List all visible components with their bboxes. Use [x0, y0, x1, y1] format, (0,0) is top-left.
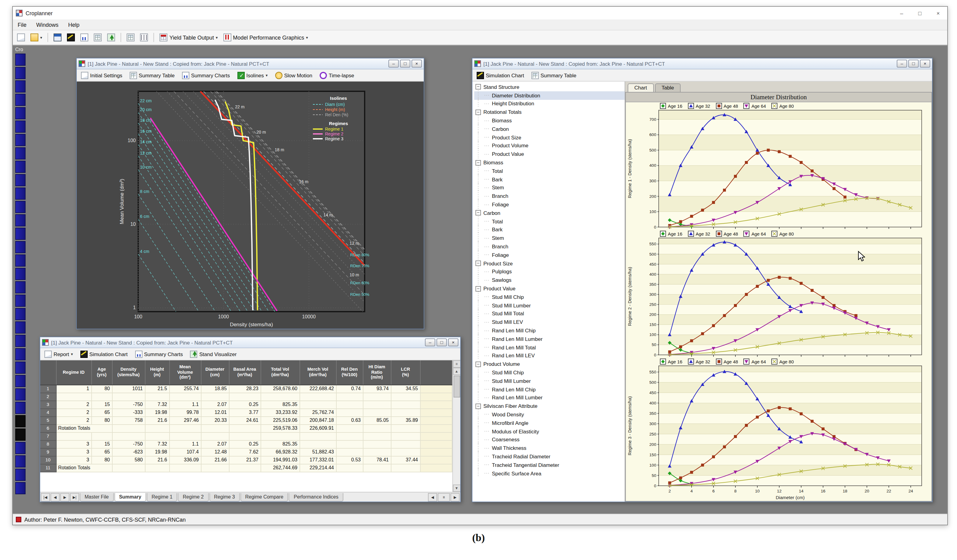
tree-item-sawlogs[interactable]: Sawlogs: [474, 276, 625, 285]
legend-item-age-32[interactable]: Age 32: [688, 231, 711, 237]
menu-help[interactable]: Help: [63, 19, 84, 30]
tab-scroll-left-icon[interactable]: ◀: [428, 493, 437, 501]
restore-button[interactable]: □: [436, 338, 447, 346]
legend-item-age-16[interactable]: Age 16: [660, 231, 682, 237]
tree-item-branch[interactable]: Branch: [474, 242, 625, 251]
column-header-merch-vol[interactable]: Merch Vol (dm³/ha): [300, 360, 336, 385]
tree-item-wood-density[interactable]: Wood Density: [474, 410, 625, 419]
isolines-button[interactable]: Isolines▾: [236, 71, 269, 79]
strip-segment[interactable]: [15, 214, 25, 226]
scrollbar-thumb[interactable]: [453, 375, 460, 398]
tree-item-tracheid-radial-diameter[interactable]: Tracheid Radial Diameter: [474, 452, 625, 461]
strip-segment[interactable]: [15, 388, 25, 401]
tab-performance-indices[interactable]: Performance Indices: [289, 493, 343, 501]
legend-item-age-80[interactable]: Age 80: [771, 231, 794, 237]
strip-segment[interactable]: [15, 308, 25, 320]
legend-item-age-80[interactable]: Age 80: [771, 358, 794, 364]
collapse-icon[interactable]: −: [475, 361, 481, 367]
sdmd-chart-button[interactable]: [65, 32, 77, 43]
strip-segment[interactable]: [15, 361, 25, 374]
strip-segment[interactable]: [15, 348, 25, 360]
simulation-chart-button[interactable]: Simulation Chart: [475, 71, 525, 79]
strip-segment[interactable]: [15, 241, 25, 253]
initial-settings-button[interactable]: Initial Settings: [80, 71, 123, 79]
tree-node-stand-structure[interactable]: −Stand Structure: [474, 83, 625, 91]
report-table-button[interactable]: [125, 32, 137, 43]
close-button[interactable]: ×: [412, 60, 422, 68]
strip-segment[interactable]: [15, 442, 25, 454]
tree-item-stud-mill-lumber[interactable]: Stud Mill Lumber: [474, 377, 625, 385]
column-header-basal-area[interactable]: Basal Area (m²/ha): [229, 360, 261, 385]
minimize-button[interactable]: –: [897, 60, 907, 68]
sdmd-chart-svg[interactable]: 22 cm20 cm18 cm16 cm14 cm12 cm10 cm8 cm6…: [77, 82, 424, 329]
tree-item-tracheid-tangential-diameter[interactable]: Tracheid Tangential Diameter: [474, 461, 625, 469]
strip-segment[interactable]: [15, 375, 25, 387]
slow-motion-button[interactable]: Slow Motion: [274, 71, 314, 79]
tab-table[interactable]: Table: [655, 84, 681, 92]
tree-item-carbon[interactable]: Carbon: [474, 125, 625, 133]
column-header-mean[interactable]: Mean Volume (dm³): [169, 360, 201, 385]
tree-node-rotational-totals[interactable]: −Rotational Totals: [474, 108, 625, 117]
collapse-icon[interactable]: −: [475, 84, 481, 90]
regime-2-chart-svg[interactable]: 050100150200250300350400450500550Regime …: [626, 230, 929, 358]
strip-segment[interactable]: [15, 402, 25, 414]
tree-item-stud-mill-chip[interactable]: Stud Mill Chip: [474, 293, 625, 301]
yield-table-output-button[interactable]: Yield Table Output▾: [158, 32, 220, 43]
column-header-diameter[interactable]: Diameter (cm): [201, 360, 229, 385]
strip-segment[interactable]: [15, 281, 25, 293]
strip-segment[interactable]: [15, 161, 25, 173]
strip-segment[interactable]: [15, 94, 25, 106]
strip-segment[interactable]: [15, 134, 25, 146]
properties-button[interactable]: [52, 32, 64, 43]
strip-segment[interactable]: [15, 80, 25, 93]
collapse-icon[interactable]: −: [475, 210, 481, 216]
tree-item-product-volume[interactable]: Product Volume: [474, 142, 625, 150]
collapse-icon[interactable]: −: [475, 110, 481, 115]
tree-node-product-value[interactable]: −Product Value: [474, 284, 625, 293]
column-header-regime-id[interactable]: Regime ID: [56, 360, 91, 385]
strip-segment[interactable]: [15, 335, 25, 347]
tree-item-stem[interactable]: Stem: [474, 183, 625, 192]
tab-regime-1[interactable]: Regime 1: [147, 493, 177, 501]
tree-item-stud-mill-lumber[interactable]: Stud Mill Lumber: [474, 301, 625, 309]
tree-node-carbon[interactable]: −Carbon: [474, 209, 625, 217]
tree-item-rand-len-mill-chip[interactable]: Rand Len Mill Chip: [474, 385, 625, 394]
tree-item-stem[interactable]: Stem: [474, 234, 625, 243]
legend-item-age-48[interactable]: Age 48: [715, 103, 738, 109]
column-header-density[interactable]: Density (stems/ha): [112, 360, 145, 385]
summary-table-button[interactable]: [92, 32, 104, 43]
minimized-window-strip[interactable]: Cro: [15, 47, 25, 502]
tree-node-product-size[interactable]: −Product Size: [474, 259, 625, 268]
tab-regime-2[interactable]: Regime 2: [178, 493, 209, 501]
tree-item-rand-len-mill-total[interactable]: Rand Len Mill Total: [474, 343, 625, 352]
tree-item-foliage[interactable]: Foliage: [474, 251, 625, 259]
minimize-button[interactable]: –: [425, 338, 435, 346]
restore-button[interactable]: □: [911, 7, 929, 19]
menu-windows[interactable]: Windows: [32, 19, 63, 30]
strip-segment[interactable]: [15, 120, 25, 133]
tree-item-diameter-distribution[interactable]: Diameter Distribution: [474, 91, 625, 100]
legend-item-age-64[interactable]: Age 64: [744, 103, 766, 109]
summary-charts-button[interactable]: Summary Charts: [134, 350, 184, 358]
tree-item-stud-mill-chip[interactable]: Stud Mill Chip: [474, 368, 625, 377]
record-nav-button-3[interactable]: ▶|: [70, 493, 79, 501]
charts-title-bar[interactable]: [1] Jack Pine - Natural - New Stand : Co…: [472, 58, 932, 69]
strip-segment[interactable]: [15, 228, 25, 240]
tree-node-biomass[interactable]: −Biomass: [474, 158, 625, 167]
tree-node-product-volume[interactable]: −Product Volume: [474, 360, 625, 369]
legend-item-age-16[interactable]: Age 16: [660, 358, 682, 364]
tree-item-branch[interactable]: Branch: [474, 192, 625, 200]
stand-visualizer-button[interactable]: Stand Visualizer: [189, 350, 238, 358]
simulation-chart-button[interactable]: Simulation Chart: [79, 350, 129, 358]
strip-segment[interactable]: [15, 254, 25, 267]
strip-segment[interactable]: [15, 201, 25, 213]
tab-summary[interactable]: Summary: [114, 493, 146, 501]
legend-item-age-32[interactable]: Age 32: [688, 103, 711, 109]
close-button[interactable]: ×: [920, 60, 930, 68]
tree-item-modulus-of-elasticity[interactable]: Modulus of Elasticity: [474, 427, 625, 435]
tree-item-product-size[interactable]: Product Size: [474, 133, 625, 142]
record-nav-button-0[interactable]: |◀: [41, 493, 50, 501]
tab-regime-3[interactable]: Regime 3: [209, 493, 240, 501]
tree-item-total[interactable]: Total: [474, 167, 625, 175]
new-document-button[interactable]: [15, 32, 27, 43]
